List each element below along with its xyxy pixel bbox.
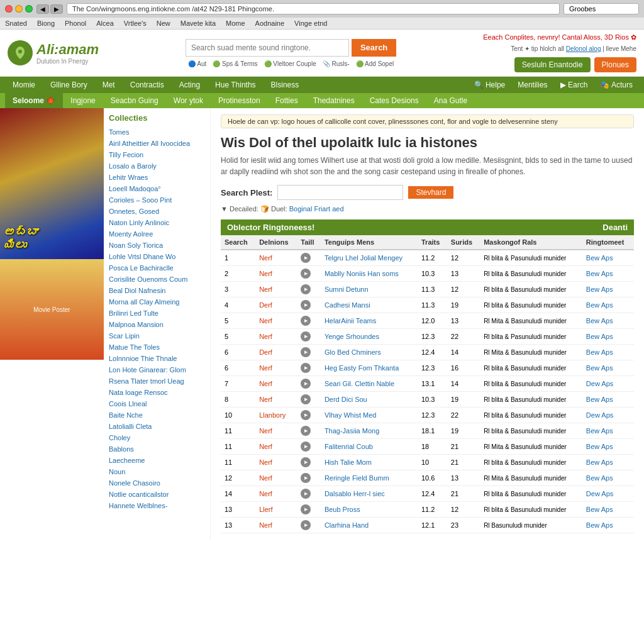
back-arrow[interactable]: ◀ bbox=[36, 4, 49, 14]
close-btn[interactable] bbox=[5, 5, 13, 13]
sidebar-link-10[interactable]: Noan Soly Tiorica bbox=[109, 242, 163, 249]
cell-play[interactable] bbox=[297, 408, 321, 423]
cell-ring[interactable]: Dew Aps bbox=[582, 376, 634, 392]
main-search-button[interactable]: Search bbox=[352, 39, 396, 57]
cell-link[interactable]: Nerf bbox=[255, 392, 297, 408]
ring-link[interactable]: Dew Aps bbox=[586, 490, 613, 497]
row-link[interactable]: Llerf bbox=[259, 506, 272, 513]
cell-link[interactable]: Derf bbox=[255, 297, 297, 313]
cell-play[interactable] bbox=[297, 392, 321, 408]
search-plest-button[interactable]: Stevhard bbox=[408, 186, 453, 199]
cell-play[interactable] bbox=[297, 439, 321, 455]
ring-link[interactable]: Bew Aps bbox=[586, 333, 613, 340]
ring-link[interactable]: Bew Aps bbox=[586, 427, 613, 435]
ring-link[interactable]: Bew Aps bbox=[586, 506, 613, 513]
ring-link[interactable]: Dew Aps bbox=[586, 380, 613, 387]
cell-play[interactable] bbox=[297, 297, 321, 313]
cell-ring[interactable]: Bew Aps bbox=[582, 455, 634, 470]
cell-play[interactable] bbox=[297, 329, 321, 345]
cell-play[interactable] bbox=[297, 345, 321, 360]
ring-link[interactable]: Bew Aps bbox=[586, 396, 613, 403]
song-title-link[interactable]: Cadhesi Mansi bbox=[325, 301, 370, 309]
ring-link[interactable]: Bew Aps bbox=[586, 521, 613, 529]
ring-link[interactable]: Bew Aps bbox=[586, 348, 613, 356]
main-nav-acting[interactable]: Acting bbox=[172, 77, 208, 93]
cell-link[interactable]: Derf bbox=[255, 345, 297, 360]
song-title-link[interactable]: Dalsablo Herr-l siec bbox=[325, 490, 385, 497]
main-nav-mentilies[interactable]: Mentilies bbox=[511, 77, 553, 93]
cell-link[interactable]: Nerf bbox=[255, 329, 297, 345]
cell-play[interactable] bbox=[297, 502, 321, 518]
sub-nav-thedatnines[interactable]: Thedatnines bbox=[306, 93, 362, 108]
row-link[interactable]: Nerf bbox=[259, 396, 272, 403]
sidebar-link-15[interactable]: Morna all Clay Almeing bbox=[109, 298, 180, 306]
ring-link[interactable]: Dew Aps bbox=[586, 411, 613, 419]
header-link-3[interactable]: 📎 Rusls- bbox=[323, 60, 350, 67]
minimize-btn[interactable] bbox=[15, 5, 23, 13]
row-link[interactable]: Nerf bbox=[259, 458, 272, 466]
top-nav-item-5[interactable]: New bbox=[157, 19, 170, 27]
top-nav-item-6[interactable]: Mavete kita bbox=[180, 19, 216, 27]
main-nav-met[interactable]: Met bbox=[95, 77, 123, 93]
sidebar-link-33[interactable]: Hannete Welblnes- bbox=[109, 502, 167, 509]
decoded-link[interactable]: Boginal Friart aed bbox=[289, 205, 344, 213]
row-link[interactable]: Nerf bbox=[259, 443, 272, 450]
main-nav-momie[interactable]: Momie bbox=[5, 77, 43, 93]
sub-nav-seacbn[interactable]: Seacbn Guing bbox=[103, 93, 166, 108]
sidebar-link-19[interactable]: Matue The Toles bbox=[109, 343, 160, 351]
main-search-input[interactable] bbox=[186, 39, 349, 57]
sidebar-link-9[interactable]: Moenty Aolree bbox=[109, 230, 153, 238]
sidebar-link-11[interactable]: Lohle Vrtsl Dhane Wo bbox=[109, 253, 175, 260]
maximize-btn[interactable] bbox=[25, 5, 33, 13]
song-title-link[interactable]: Telgru Lhel Jolial Mengey bbox=[325, 254, 402, 262]
ring-link[interactable]: Bew Aps bbox=[586, 317, 613, 325]
sidebar-link-21[interactable]: Lon Hote Ginarear: Glom bbox=[109, 366, 186, 374]
sidebar-link-1[interactable]: Airil Atheittier All Ivoocidea bbox=[109, 140, 190, 147]
cell-ring[interactable]: Bew Aps bbox=[582, 423, 634, 439]
sidebar-link-2[interactable]: Tilly Fecion bbox=[109, 151, 143, 158]
cell-ring[interactable]: Bew Aps bbox=[582, 360, 634, 376]
play-button[interactable] bbox=[301, 520, 311, 530]
header-link-1[interactable]: 🟢 Sps & Terms bbox=[213, 60, 257, 67]
main-nav-glline[interactable]: Glline Bory bbox=[43, 77, 95, 93]
sidebar-link-8[interactable]: Naton Linly Anlinoic bbox=[109, 219, 169, 226]
main-nav-acturs[interactable]: 🎭 Acturs bbox=[594, 77, 639, 93]
ring-link[interactable]: Bew Aps bbox=[586, 474, 613, 482]
main-nav-contractis[interactable]: Contractis bbox=[123, 77, 172, 93]
ring-link[interactable]: Bew Aps bbox=[586, 458, 613, 466]
play-button[interactable] bbox=[301, 316, 311, 326]
cell-ring[interactable]: Bew Aps bbox=[582, 345, 634, 360]
song-title-link[interactable]: Yenge Srhoundes bbox=[325, 333, 379, 340]
sub-nav-ingjone[interactable]: Ingjone bbox=[63, 93, 103, 108]
cell-ring[interactable]: Bew Aps bbox=[582, 518, 634, 533]
row-link[interactable]: Nerf bbox=[259, 270, 272, 277]
cell-play[interactable] bbox=[297, 470, 321, 486]
sidebar-link-13[interactable]: Corisilite Ouenoms Coum bbox=[109, 275, 187, 283]
play-button[interactable] bbox=[301, 441, 311, 452]
sub-nav-fotties[interactable]: Fotties bbox=[268, 93, 306, 108]
row-link[interactable]: Nerf bbox=[259, 286, 272, 293]
song-title-link[interactable]: Thag-Jasiia Mong bbox=[325, 427, 379, 435]
cell-link[interactable]: Llerf bbox=[255, 502, 297, 518]
cell-play[interactable] bbox=[297, 360, 321, 376]
cell-ring[interactable]: Bew Aps bbox=[582, 439, 634, 455]
cell-link[interactable]: Nerf bbox=[255, 282, 297, 297]
cell-link[interactable]: Nerf bbox=[255, 313, 297, 329]
btn-phone[interactable]: Plonues bbox=[594, 57, 636, 72]
sidebar-link-0[interactable]: Tomes bbox=[109, 128, 129, 136]
row-link[interactable]: Nerf bbox=[259, 317, 272, 325]
top-nav-item-0[interactable]: Snated bbox=[5, 19, 27, 27]
main-nav-earch[interactable]: ▶ Earch bbox=[554, 77, 594, 93]
row-link[interactable]: Nerf bbox=[259, 333, 272, 340]
cell-play[interactable] bbox=[297, 313, 321, 329]
top-nav-item-4[interactable]: Vrtlee's bbox=[124, 19, 147, 27]
song-title-link[interactable]: Glo Bed Chminers bbox=[325, 348, 381, 356]
sidebar-link-14[interactable]: Beal Diol Nafnesin bbox=[109, 287, 166, 294]
header-link-2[interactable]: 🟢 Vleltoer Couple bbox=[264, 60, 316, 67]
ring-link[interactable]: Bew Aps bbox=[586, 270, 613, 277]
sidebar-link-16[interactable]: Brilinri Led Tulte bbox=[109, 309, 158, 317]
cell-link[interactable]: Nerf bbox=[255, 250, 297, 266]
sidebar-link-20[interactable]: Lolnnnioe Thie Thnale bbox=[109, 355, 177, 362]
cell-play[interactable] bbox=[297, 266, 321, 282]
song-title-link[interactable]: Reringle Field Bumm bbox=[325, 474, 389, 482]
